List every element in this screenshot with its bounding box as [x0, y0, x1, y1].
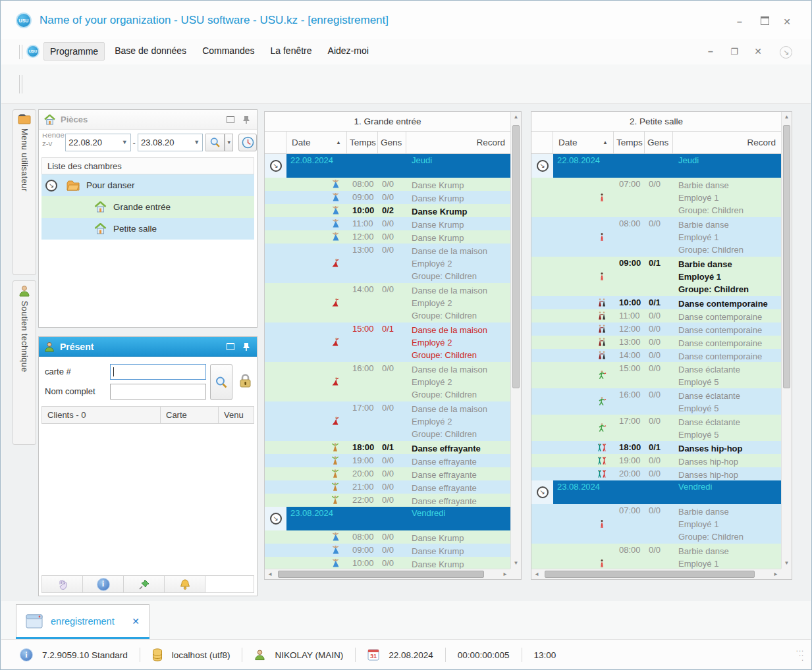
schedule-slot-row[interactable]: 12:000/0Danse Krump	[265, 230, 510, 244]
schedule-slot-row[interactable]: 08:000/0Barbie danseEmployé 1Groupe: Chi…	[531, 544, 781, 569]
column-gens[interactable]: Gens	[378, 132, 406, 153]
mdi-restore-button[interactable]	[726, 46, 742, 58]
date-group-row[interactable]: ↘22.08.2024Jeudi	[531, 154, 781, 178]
hand-button[interactable]	[42, 576, 83, 592]
horizontal-scrollbar[interactable]: ◄►	[531, 569, 781, 579]
resize-grip[interactable]: ∙∙∙∙∙∙	[796, 648, 804, 662]
schedule-slot-row[interactable]: 16:000/0Danse éclatanteEmployé 5	[531, 388, 781, 415]
scroll-right-icon[interactable]: ►	[771, 569, 781, 579]
schedule-slot-row[interactable]: 08:000/0Danse Krump	[265, 530, 510, 544]
schedule-slot-row[interactable]: 13:000/0Danse de la maisonEmployé 2Group…	[265, 244, 510, 283]
menu-la-fenetre[interactable]: La fenêtre	[265, 42, 318, 61]
schedule-slot-row[interactable]: 13:000/0Danse contemporaine	[531, 336, 781, 349]
panel-float-button[interactable]	[225, 115, 236, 124]
date-group-row[interactable]: ↘23.08.2024Vendredi	[265, 507, 510, 530]
schedule-slot-row[interactable]: 15:000/1Danse de la maisonEmployé 2Group…	[265, 322, 510, 362]
column-temps[interactable]: Temps	[347, 132, 378, 153]
sidebar-tab-soutien-technique[interactable]: Soutien technique	[13, 280, 36, 445]
toolbar-grip[interactable]	[19, 75, 22, 93]
schedule-slot-row[interactable]: 12:000/0Danse contemporaine	[531, 322, 781, 336]
tab-close-icon[interactable]: ✕	[132, 616, 140, 627]
pin-icon[interactable]	[241, 342, 252, 351]
date-group-row[interactable]: ↘22.08.2024Jeudi	[265, 154, 510, 178]
schedule-slot-row[interactable]: 20:000/0Danses hip-hop	[531, 467, 781, 480]
scroll-right-icon[interactable]: ►	[500, 569, 510, 579]
schedule-slot-row[interactable]: 10:000/2Danse Krump	[265, 204, 510, 217]
close-button[interactable]	[779, 16, 795, 28]
mdi-close-button[interactable]	[750, 46, 766, 58]
schedule-clock-button[interactable]	[238, 134, 257, 151]
collapse-icon[interactable]: ↘	[270, 160, 282, 172]
schedule-slot-row[interactable]: 09:000/1Barbie danseEmployé 1Groupe: Chi…	[531, 257, 781, 296]
schedule-slot-row[interactable]: 11:000/0Danse Krump	[265, 217, 510, 230]
schedule-slot-row[interactable]: 08:000/0Danse Krump	[265, 178, 510, 191]
column-clients[interactable]: Clients - 0	[42, 407, 161, 423]
tree-node-pour-danser[interactable]: ↘ Pour danser	[41, 174, 254, 196]
schedule-slot-row[interactable]: 19:000/0Danse effrayante	[265, 454, 510, 467]
menu-base-de-donnees[interactable]: Base de données	[109, 42, 192, 61]
scroll-down-icon[interactable]: ▼	[782, 558, 792, 569]
card-number-input[interactable]	[110, 364, 206, 380]
menu-overflow-icon[interactable]: ↘	[780, 46, 792, 59]
room-search-button[interactable]	[205, 134, 224, 151]
schedule-slot-row[interactable]: 10:000/1Danse contemporaine	[531, 296, 781, 309]
pin-button[interactable]	[124, 576, 165, 592]
scrollbar-thumb[interactable]	[278, 571, 484, 578]
collapse-icon[interactable]: ↘	[537, 160, 549, 172]
scroll-left-icon[interactable]: ◄	[531, 569, 542, 579]
date-from-select[interactable]: 22.08.20▼	[65, 134, 130, 151]
schedule-slot-row[interactable]: 09:000/0Danse Krump	[265, 191, 510, 204]
schedule-slot-row[interactable]: 21:000/0Danse effrayante	[265, 480, 510, 494]
schedule-slot-row[interactable]: 19:000/0Danses hip-hop	[531, 454, 781, 467]
column-carte[interactable]: Carte	[161, 407, 219, 423]
horizontal-scrollbar[interactable]: ◄►	[265, 569, 510, 579]
tree-node-grande-entree[interactable]: Grande entrée	[41, 196, 254, 218]
bell-button[interactable]	[165, 576, 205, 592]
column-record[interactable]: Record	[406, 132, 510, 153]
schedule-slot-row[interactable]: 10:000/0Danse Krump	[265, 557, 510, 569]
menu-aidez-moi[interactable]: Aidez-moi	[322, 42, 375, 61]
full-name-input[interactable]	[110, 384, 206, 399]
maximize-button[interactable]	[757, 16, 772, 28]
column-gens[interactable]: Gens	[645, 132, 673, 153]
schedule-slot-row[interactable]: 11:000/0Danse contemporaine	[531, 309, 781, 322]
scrollbar-thumb[interactable]	[512, 125, 520, 388]
info-button[interactable]: i	[83, 576, 124, 592]
client-search-button[interactable]	[210, 364, 232, 400]
menu-commandes[interactable]: Commandes	[196, 42, 260, 61]
schedule-slot-row[interactable]: 20:000/0Danse effrayante	[265, 467, 510, 480]
collapse-icon[interactable]: ↘	[45, 180, 57, 192]
mdi-minimize-button[interactable]	[703, 46, 718, 58]
lock-icon[interactable]	[238, 373, 252, 389]
scrollbar-thumb[interactable]	[545, 571, 755, 578]
vertical-scrollbar[interactable]: ▲▼	[510, 112, 521, 569]
scrollbar-thumb[interactable]	[783, 125, 790, 388]
sidebar-tab-menu-utilisateur[interactable]: Menu utilisateur	[13, 109, 36, 275]
column-date[interactable]: Date▲	[553, 132, 614, 153]
collapse-icon[interactable]: ↘	[537, 486, 549, 498]
column-temps[interactable]: Temps	[614, 132, 645, 153]
schedule-slot-row[interactable]: 18:000/1Danses hip-hop	[531, 441, 781, 454]
status-info-icon[interactable]: i	[20, 648, 33, 661]
schedule-slot-row[interactable]: 14:000/0Danse de la maisonEmployé 2Group…	[265, 283, 510, 322]
scroll-down-icon[interactable]: ▼	[511, 558, 521, 569]
schedule-slot-row[interactable]: 14:000/0Danse contemporaine	[531, 349, 781, 362]
panel-float-button[interactable]	[225, 342, 236, 351]
tree-node-petite-salle[interactable]: Petite salle	[41, 218, 254, 240]
column-venu[interactable]: Venu	[219, 407, 254, 423]
scroll-up-icon[interactable]: ▲	[511, 112, 521, 122]
tab-enregistrement[interactable]: enregistrement ✕	[16, 604, 149, 638]
collapse-icon[interactable]: ↘	[270, 513, 282, 525]
vertical-scrollbar[interactable]: ▲▼	[781, 112, 792, 569]
schedule-slot-row[interactable]: 17:000/0Danse de la maisonEmployé 2Group…	[265, 401, 510, 441]
schedule-slot-row[interactable]: 18:000/1Danse effrayante	[265, 441, 510, 454]
scroll-up-icon[interactable]: ▲	[782, 112, 792, 122]
schedule-slot-row[interactable]: 09:000/0Danse Krump	[265, 544, 510, 557]
toolbar-grip[interactable]	[19, 45, 22, 59]
schedule-slot-row[interactable]: 08:000/0Barbie danseEmployé 1Groupe: Chi…	[531, 217, 781, 257]
minimize-button[interactable]	[732, 16, 747, 28]
schedule-slot-row[interactable]: 17:000/0Danse éclatanteEmployé 5	[531, 415, 781, 441]
schedule-slot-row[interactable]: 15:000/0Danse éclatanteEmployé 5	[531, 362, 781, 388]
search-dropdown-caret[interactable]: ▼	[225, 134, 234, 151]
schedule-slot-row[interactable]: 07:000/0Barbie danseEmployé 1Groupe: Chi…	[531, 504, 781, 544]
